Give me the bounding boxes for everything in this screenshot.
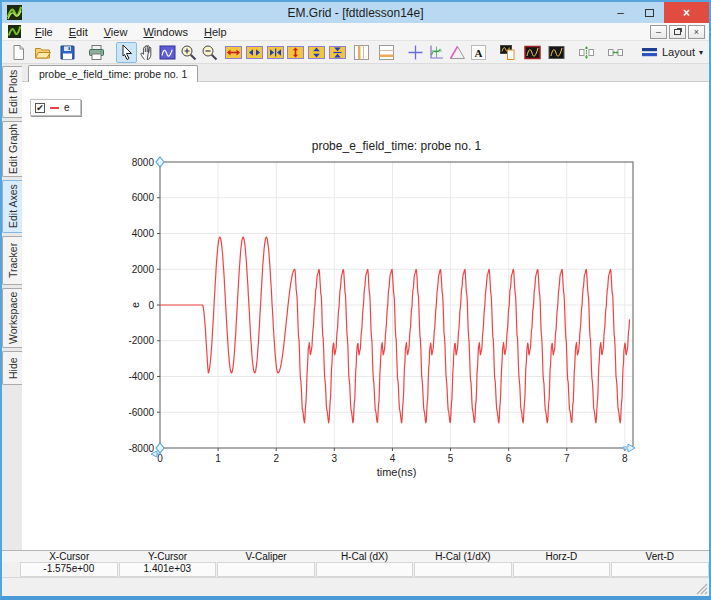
chart-title: probe_e_field_time: probe no. 1 [312,139,482,153]
expand-y-button[interactable] [306,42,327,63]
y-tick-label: 8000 [132,157,155,168]
horizontal-spacing-button[interactable] [605,42,626,63]
chart-canvas[interactable]: 012345678-8000-6000-4000-200002000400060… [22,82,709,552]
vertical-caliper-button[interactable] [351,42,372,63]
mdi-restore-button[interactable] [669,25,686,39]
readout-value-hcal-1dx [414,562,512,577]
compress-x-button[interactable] [265,42,286,63]
x-axis-label: time(ns) [377,466,417,478]
restore-icon [674,29,681,35]
x-tick-label: 2 [273,453,279,464]
x-tick-label: 3 [332,453,338,464]
y-tick-label: -6000 [128,407,154,418]
text-annotation-button[interactable]: A [468,42,489,63]
readout-value-horz-d [513,562,611,577]
readout-value-hcal-dx [316,562,414,577]
save-icon [59,44,76,61]
zoom-in-button[interactable] [178,42,199,63]
readout-value-row: -1.575e+00 1.401e+03 [2,562,709,577]
legend: ✔ e [30,99,81,116]
readout-value-v-caliper [217,562,315,577]
menu-help[interactable]: Help [196,25,235,39]
zoom-out-icon [201,44,218,61]
delta-caliper-button[interactable] [447,42,468,63]
legend-checkbox[interactable]: ✔ [35,103,45,113]
menubar: File Edit View Windows Help – × [2,23,709,41]
y-tick-label: -2000 [128,335,154,346]
plot-window-active-button[interactable] [522,42,543,63]
zoom-region-button[interactable] [158,42,179,63]
open-file-icon [34,44,51,61]
expand-x-button[interactable] [244,42,265,63]
x-tick-label: 7 [564,453,570,464]
print-icon [88,44,105,61]
pan-hand-icon [139,44,156,61]
tracker-axes-button[interactable] [426,42,447,63]
waveform-series-e [160,237,630,423]
titlebar: EM.Grid - [fdtdlesson14e] – × [2,2,709,23]
side-tab-strip: Edit Plots Edit Graph Edit Axes Tracker … [2,64,22,550]
copy-plot-button[interactable] [497,42,518,63]
select-arrow-button[interactable] [116,42,137,63]
open-file-button[interactable] [32,42,53,63]
compress-y-button[interactable] [327,42,348,63]
vertical-caliper-icon [353,44,370,61]
app-window: EM.Grid - [fdtdlesson14e] – × File Edit … [0,0,711,600]
layout-icon [641,44,658,61]
mdi-close-button[interactable]: × [688,25,705,39]
print-button[interactable] [86,42,107,63]
delta-caliper-icon [449,44,466,61]
window-close-button[interactable]: × [664,2,709,23]
plot-window-button[interactable] [546,42,567,63]
mdi-minimize-button[interactable]: – [650,25,667,39]
menu-file[interactable]: File [27,25,61,39]
expand-x-icon [246,44,263,61]
horizontal-caliper-icon [378,44,395,61]
readout-value-vert-d [611,562,709,577]
sidebar-tab-workspace[interactable]: Workspace [2,288,22,348]
window-title: EM.Grid - [fdtdlesson14e] [2,6,709,20]
new-document-button[interactable] [8,42,29,63]
copy-plot-icon [499,44,516,61]
zoom-out-button[interactable] [199,42,220,63]
new-document-icon [10,44,27,61]
document-tabbar: probe_e_field_time: probe no. 1 [22,64,709,82]
x-tick-label: 4 [390,453,396,464]
document-tab[interactable]: probe_e_field_time: probe no. 1 [28,65,198,82]
crosshair-cursor-button[interactable] [405,42,426,63]
maximize-icon [645,9,654,17]
y-tick-label: -8000 [128,443,154,454]
resize-grip[interactable] [696,583,708,595]
sidebar-tab-edit-axes[interactable]: Edit Axes [2,180,22,233]
window-minimize-button[interactable]: – [606,2,635,23]
window-maximize-button[interactable] [635,2,664,23]
fit-height-button[interactable] [286,42,307,63]
save-button[interactable] [57,42,78,63]
y-axis-label: e [129,302,141,308]
plot-window-icon [548,44,565,61]
vertical-spacing-button[interactable] [576,42,597,63]
legend-label: e [64,102,70,113]
pan-hand-button[interactable] [137,42,158,63]
sidebar-tab-edit-graph[interactable]: Edit Graph [2,121,22,177]
svg-text:A: A [474,46,482,58]
horizontal-spacing-icon [607,44,624,61]
menu-edit[interactable]: Edit [61,25,96,39]
plot-document-area: probe_e_field_time: probe no. 1 ✔ e 0123… [22,64,709,550]
fit-width-icon [225,44,242,61]
sidebar-tab-tracker[interactable]: Tracker [2,236,22,285]
layout-label: Layout [662,46,695,58]
horizontal-caliper-button[interactable] [376,42,397,63]
sidebar-tab-edit-plots[interactable]: Edit Plots [2,66,22,118]
fit-width-button[interactable] [223,42,244,63]
x-tick-label: 5 [448,453,454,464]
plot-window-active-icon [524,44,541,61]
menu-windows[interactable]: Windows [135,25,196,39]
y-tick-label: 4000 [132,228,155,239]
menu-view[interactable]: View [96,25,136,39]
layout-button[interactable]: Layout ▾ [635,42,709,63]
y-tick-label: 0 [148,300,154,311]
x-tick-label: 8 [622,453,628,464]
axis-handle-top-left[interactable] [156,157,164,167]
sidebar-tab-hide[interactable]: Hide [2,351,22,385]
